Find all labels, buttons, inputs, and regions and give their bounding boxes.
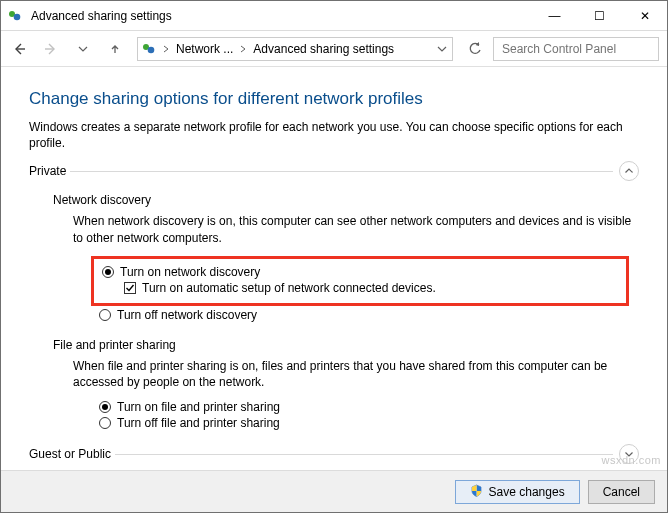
history-dropdown[interactable] bbox=[69, 35, 97, 63]
network-discovery-text: When network discovery is on, this compu… bbox=[73, 213, 639, 245]
checkbox-auto-setup[interactable]: Turn on automatic setup of network conne… bbox=[124, 281, 618, 295]
control-panel-window: Advanced sharing settings — ☐ ✕ bbox=[0, 0, 668, 513]
address-icon bbox=[138, 42, 160, 56]
file-printer-text: When file and printer sharing is on, fil… bbox=[73, 358, 639, 390]
page-intro: Windows creates a separate network profi… bbox=[29, 119, 639, 151]
subsection-network-discovery: Network discovery bbox=[53, 193, 639, 207]
shield-icon bbox=[470, 484, 483, 500]
forward-button[interactable] bbox=[37, 35, 65, 63]
breadcrumb-leaf[interactable]: Advanced sharing settings bbox=[249, 38, 398, 60]
breadcrumb-root[interactable]: Network ... bbox=[172, 38, 237, 60]
radio-icon bbox=[99, 401, 111, 413]
nav-bar: Network ... Advanced sharing settings bbox=[1, 31, 667, 67]
close-button[interactable]: ✕ bbox=[622, 1, 667, 30]
checkbox-icon bbox=[124, 282, 136, 294]
window-controls: — ☐ ✕ bbox=[532, 1, 667, 30]
content-area: Change sharing options for different net… bbox=[1, 67, 667, 470]
radio-fp-off[interactable]: Turn off file and printer sharing bbox=[99, 416, 639, 430]
radio-fp-on[interactable]: Turn on file and printer sharing bbox=[99, 400, 639, 414]
footer-bar: Save changes Cancel bbox=[1, 470, 667, 512]
window-title: Advanced sharing settings bbox=[29, 9, 532, 23]
checkbox-label: Turn on automatic setup of network conne… bbox=[142, 281, 436, 295]
up-button[interactable] bbox=[101, 35, 129, 63]
maximize-button[interactable]: ☐ bbox=[577, 1, 622, 30]
refresh-button[interactable] bbox=[461, 35, 489, 63]
radio-nd-on[interactable]: Turn on network discovery bbox=[102, 265, 618, 279]
page-heading: Change sharing options for different net… bbox=[29, 89, 639, 109]
svg-point-3 bbox=[148, 46, 155, 53]
save-changes-button[interactable]: Save changes bbox=[455, 480, 580, 504]
titlebar: Advanced sharing settings — ☐ ✕ bbox=[1, 1, 667, 31]
breadcrumb-sep-icon[interactable] bbox=[237, 45, 249, 53]
section-label: Guest or Public bbox=[29, 447, 115, 461]
chevron-up-icon[interactable] bbox=[619, 161, 639, 181]
breadcrumb-sep-icon[interactable] bbox=[160, 45, 172, 53]
radio-icon bbox=[99, 309, 111, 321]
radio-icon bbox=[99, 417, 111, 429]
search-input[interactable] bbox=[500, 41, 652, 57]
address-bar[interactable]: Network ... Advanced sharing settings bbox=[137, 37, 453, 61]
app-icon bbox=[1, 9, 29, 23]
subsection-file-printer: File and printer sharing bbox=[53, 338, 639, 352]
svg-point-1 bbox=[14, 13, 21, 20]
back-button[interactable] bbox=[5, 35, 33, 63]
section-header-guest[interactable]: Guest or Public bbox=[29, 444, 639, 464]
address-dropdown-icon[interactable] bbox=[432, 44, 452, 54]
search-box[interactable] bbox=[493, 37, 659, 61]
highlight-annotation: Turn on network discovery Turn on automa… bbox=[91, 256, 629, 306]
radio-label: Turn off network discovery bbox=[117, 308, 257, 322]
radio-label: Turn on file and printer sharing bbox=[117, 400, 280, 414]
button-label: Cancel bbox=[603, 485, 640, 499]
chevron-down-icon[interactable] bbox=[619, 444, 639, 464]
radio-label: Turn off file and printer sharing bbox=[117, 416, 280, 430]
cancel-button[interactable]: Cancel bbox=[588, 480, 655, 504]
radio-icon bbox=[102, 266, 114, 278]
button-label: Save changes bbox=[489, 485, 565, 499]
section-header-private[interactable]: Private bbox=[29, 161, 639, 181]
section-label: Private bbox=[29, 164, 70, 178]
radio-label: Turn on network discovery bbox=[120, 265, 260, 279]
minimize-button[interactable]: — bbox=[532, 1, 577, 30]
radio-nd-off[interactable]: Turn off network discovery bbox=[99, 308, 639, 322]
